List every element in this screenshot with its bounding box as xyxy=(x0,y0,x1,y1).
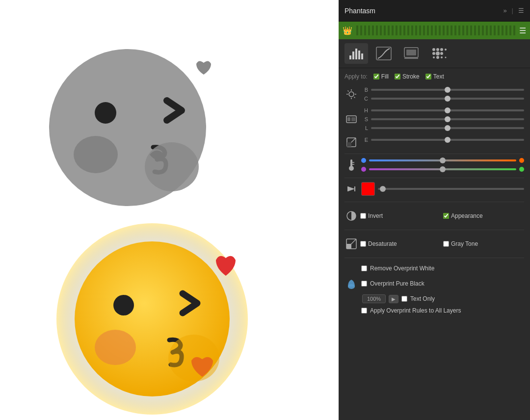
temp-icon xyxy=(344,158,358,172)
divider-1 xyxy=(344,154,524,154)
svg-point-6 xyxy=(95,330,136,365)
panel: Phantasm » | ☰ 👑 ☰ xyxy=(339,0,530,420)
b-slider-thumb[interactable] xyxy=(445,87,450,93)
invert-icon xyxy=(344,209,358,223)
tabs-row xyxy=(339,39,530,68)
invert-label: Invert xyxy=(368,212,441,219)
magenta-dot xyxy=(361,167,366,172)
overprint-icon xyxy=(344,277,358,290)
fill-checkbox-label[interactable]: Fill xyxy=(373,73,389,80)
color-stop-thumb[interactable] xyxy=(380,186,386,192)
e-slider-group: E xyxy=(344,137,524,148)
tab-halftone[interactable] xyxy=(427,43,450,64)
svg-point-44 xyxy=(349,166,354,171)
panel-content: Apply to: Fill Stroke Text B xyxy=(339,68,530,420)
h-slider-thumb[interactable] xyxy=(445,107,450,113)
stroke-label: Stroke xyxy=(402,73,420,80)
b-slider-row: B xyxy=(361,87,524,93)
divider-5 xyxy=(344,258,524,258)
text-label: Text xyxy=(433,73,444,80)
c-slider-row: C xyxy=(361,96,524,102)
fill-checkbox[interactable] xyxy=(373,74,379,79)
crown-menu-icon[interactable]: ☰ xyxy=(519,26,526,35)
e-icon xyxy=(344,137,358,148)
svg-point-7 xyxy=(113,295,134,315)
yellow-emoji xyxy=(49,221,265,412)
e-slider-thumb[interactable] xyxy=(445,137,450,143)
mg-thumb[interactable] xyxy=(440,166,446,172)
text-only-checkbox[interactable] xyxy=(401,296,407,302)
color-stop-icon xyxy=(344,184,358,194)
gray-tone-label: Gray Tone xyxy=(451,240,524,247)
cool-dot xyxy=(361,158,366,163)
hsl-icon xyxy=(344,107,358,131)
svg-rect-39 xyxy=(351,117,355,121)
apply-overprint-checkbox[interactable] xyxy=(361,308,367,314)
svg-point-3 xyxy=(145,142,199,191)
apply-to-row: Apply to: Fill Stroke Text xyxy=(344,73,524,80)
tab-histogram[interactable] xyxy=(344,43,368,64)
desaturate-checkbox[interactable] xyxy=(360,241,366,247)
tab-layers[interactable] xyxy=(399,43,423,64)
svg-point-1 xyxy=(74,136,118,173)
s-slider-thumb[interactable] xyxy=(445,116,450,122)
warm-dot xyxy=(519,158,524,163)
remove-overprint-checkbox[interactable] xyxy=(361,265,367,271)
color-swatch[interactable] xyxy=(361,182,375,196)
stroke-checkbox[interactable] xyxy=(395,74,400,79)
l-label: L xyxy=(361,125,368,131)
h-slider-track xyxy=(371,109,524,111)
bc-slider-group: B C xyxy=(344,87,524,102)
stroke-checkbox-label[interactable]: Stroke xyxy=(395,73,420,80)
svg-rect-52 xyxy=(346,244,351,249)
l-slider-track xyxy=(371,127,524,129)
svg-marker-47 xyxy=(348,186,355,191)
svg-point-27 xyxy=(436,56,439,59)
divider-4 xyxy=(344,230,524,230)
apply-overprint-label: Apply Overprint Rules to All Layers xyxy=(370,307,461,314)
c-slider-thumb[interactable] xyxy=(445,96,450,102)
tab-curves[interactable] xyxy=(372,43,396,64)
svg-point-28 xyxy=(441,56,443,58)
overprint-arrow-btn[interactable]: ▶ xyxy=(389,295,398,303)
l-slider-thumb[interactable] xyxy=(445,125,450,131)
svg-point-21 xyxy=(440,48,443,51)
menu-icon[interactable]: ☰ xyxy=(518,7,524,14)
color-stop-row xyxy=(344,182,524,196)
invert-appearance-row: Invert Appearance xyxy=(344,206,524,226)
text-checkbox-label[interactable]: Text xyxy=(425,73,444,80)
hsl-slider-group: H S L xyxy=(344,107,524,131)
svg-point-30 xyxy=(349,92,354,97)
l-slider-row: L xyxy=(361,125,524,131)
svg-rect-17 xyxy=(406,50,416,55)
temp-slider-group xyxy=(344,158,524,172)
svg-rect-13 xyxy=(361,53,363,59)
overprint-black-label: Overprint Pure Black xyxy=(370,280,424,287)
expand-icon[interactable]: » xyxy=(503,7,506,14)
svg-rect-42 xyxy=(347,142,351,147)
overprint-black-checkbox[interactable] xyxy=(361,281,367,287)
text-only-label: Text Only xyxy=(410,295,435,302)
s-label: S xyxy=(361,116,368,122)
svg-rect-38 xyxy=(347,117,350,121)
svg-line-35 xyxy=(348,91,349,92)
h-slider-row: H xyxy=(361,107,524,113)
warm-cool-track xyxy=(369,159,516,161)
svg-rect-9 xyxy=(349,55,351,59)
remove-overprint-label: Remove Overprint White xyxy=(370,265,434,272)
gray-tone-checkbox[interactable] xyxy=(443,241,449,247)
svg-point-8 xyxy=(168,335,219,382)
text-checkbox[interactable] xyxy=(425,74,431,79)
apply-overprint-row: Apply Overprint Rules to All Layers xyxy=(344,305,524,316)
desat-graytone-row: Desaturate Gray Tone xyxy=(344,234,524,254)
apply-to-label: Apply to: xyxy=(344,73,368,80)
overprint-pct-row: 100% ▶ Text Only xyxy=(344,292,524,305)
overprint-pct[interactable]: 100% xyxy=(362,294,386,303)
green-dot xyxy=(519,167,524,172)
invert-checkbox[interactable] xyxy=(360,213,366,219)
gray-emoji xyxy=(29,25,236,221)
warm-cool-thumb[interactable] xyxy=(440,158,446,163)
divider-3 xyxy=(344,202,524,202)
separator: | xyxy=(512,7,513,14)
appearance-checkbox[interactable] xyxy=(443,213,449,219)
